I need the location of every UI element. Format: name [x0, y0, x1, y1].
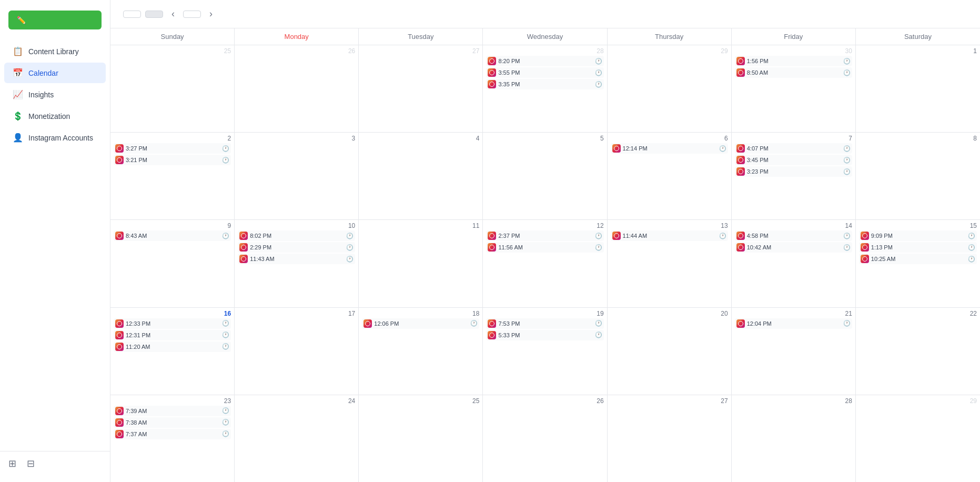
- day-cell-29[interactable]: 29: [608, 45, 732, 132]
- event-item[interactable]: 10:25 AM 🕐: [859, 254, 977, 264]
- event-item[interactable]: 12:31 PM 🕐: [114, 330, 231, 340]
- event-item[interactable]: 3:23 PM 🕐: [735, 166, 852, 177]
- day-cell-4[interactable]: 4: [359, 133, 483, 219]
- event-time: 7:37 AM: [126, 431, 220, 437]
- event-item[interactable]: 3:27 PM 🕐: [114, 143, 231, 154]
- day-cell-13[interactable]: 13 11:44 AM 🕐: [608, 220, 732, 307]
- sidebar-item-insights[interactable]: 📈Insights: [4, 84, 106, 105]
- week-view-button[interactable]: [123, 11, 141, 18]
- event-item[interactable]: 1:13 PM 🕐: [859, 242, 977, 253]
- day-cell-26[interactable]: 26: [483, 395, 607, 482]
- instagram-icon: [488, 319, 496, 328]
- event-item[interactable]: 11:44 AM 🕐: [611, 230, 728, 241]
- week-row-3: 16 12:33 PM 🕐 12:31 PM 🕐 11:20 AM 🕐 1718…: [110, 308, 980, 395]
- day-number: 15: [859, 222, 977, 229]
- day-cell-16[interactable]: 16 12:33 PM 🕐 12:31 PM 🕐 11:20 AM 🕐: [110, 308, 235, 395]
- create-post-button[interactable]: ✏️: [8, 11, 102, 29]
- day-cell-30[interactable]: 30 1:56 PM 🕐 8:50 AM 🕐: [732, 45, 856, 132]
- event-item[interactable]: 12:14 PM 🕐: [611, 143, 728, 154]
- event-item[interactable]: 10:42 AM 🕐: [735, 242, 852, 253]
- day-cell-3[interactable]: 3: [235, 133, 359, 219]
- day-cell-24[interactable]: 24: [235, 395, 359, 482]
- sidebar-item-content-library[interactable]: 📋Content Library: [4, 41, 106, 62]
- day-cell-28[interactable]: 28 8:20 PM 🕐 3:55 PM 🕐 3:35 PM 🕐: [483, 45, 607, 132]
- event-item[interactable]: 11:56 AM 🕐: [486, 242, 603, 253]
- event-item[interactable]: 8:50 AM 🕐: [735, 67, 852, 78]
- day-cell-25[interactable]: 25: [110, 45, 235, 132]
- sidebar-item-calendar[interactable]: 📅Calendar: [4, 63, 106, 83]
- event-item[interactable]: 8:02 PM 🕐: [238, 230, 355, 241]
- sidebar-item-instagram-accounts[interactable]: 👤Instagram Accounts: [4, 127, 106, 148]
- event-item[interactable]: 8:43 AM 🕐: [114, 230, 231, 241]
- instagram-icon: [612, 144, 621, 153]
- day-cell-2[interactable]: 2 3:27 PM 🕐 3:21 PM 🕐: [110, 133, 235, 219]
- day-cell-19[interactable]: 19 7:53 PM 🕐 5:33 PM 🕐: [483, 308, 607, 395]
- day-cell-27[interactable]: 27: [359, 45, 483, 132]
- day-cell-6[interactable]: 6 12:14 PM 🕐: [608, 133, 732, 219]
- event-item[interactable]: 12:04 PM 🕐: [735, 318, 852, 329]
- event-time: 12:06 PM: [374, 320, 468, 327]
- event-item[interactable]: 12:06 PM 🕐: [362, 318, 479, 329]
- event-item[interactable]: 4:58 PM 🕐: [735, 230, 852, 241]
- day-cell-29[interactable]: 29: [856, 395, 980, 482]
- day-cell-8[interactable]: 8: [856, 133, 980, 219]
- event-item[interactable]: 8:20 PM 🕐: [486, 56, 603, 66]
- clock-icon: 🕐: [968, 244, 975, 251]
- day-cell-20[interactable]: 20: [608, 308, 732, 395]
- grid-icon[interactable]: ⊟: [27, 458, 35, 469]
- today-button[interactable]: [183, 11, 201, 18]
- prev-month-button[interactable]: ‹: [167, 6, 179, 22]
- day-cell-5[interactable]: 5: [483, 133, 607, 219]
- event-item[interactable]: 9:09 PM 🕐: [859, 230, 977, 241]
- day-cell-14[interactable]: 14 4:58 PM 🕐 10:42 AM 🕐: [732, 220, 856, 307]
- day-header-sunday: Sunday: [110, 28, 235, 45]
- event-item[interactable]: 12:33 PM 🕐: [114, 318, 231, 329]
- event-time: 3:45 PM: [747, 157, 841, 163]
- event-item[interactable]: 1:56 PM 🕐: [735, 56, 852, 66]
- instagram-icon: [488, 232, 496, 240]
- day-cell-9[interactable]: 9 8:43 AM 🕐: [110, 220, 235, 307]
- event-item[interactable]: 4:07 PM 🕐: [735, 143, 852, 154]
- event-item[interactable]: 11:20 AM 🕐: [114, 342, 231, 352]
- instagram-icon: [239, 232, 248, 240]
- event-item[interactable]: 2:37 PM 🕐: [486, 230, 603, 241]
- day-cell-25[interactable]: 25: [359, 395, 483, 482]
- event-item[interactable]: 7:39 AM 🕐: [114, 406, 231, 416]
- day-cell-10[interactable]: 10 8:02 PM 🕐 2:29 PM 🕐 11:43 AM 🕐: [235, 220, 359, 307]
- event-item[interactable]: 5:33 PM 🕐: [486, 330, 603, 340]
- next-month-button[interactable]: ›: [205, 6, 217, 22]
- main-content: ‹ › SundayMondayTuesdayWednesdayThursday…: [110, 0, 980, 482]
- event-item[interactable]: 3:45 PM 🕐: [735, 155, 852, 165]
- day-cell-21[interactable]: 21 12:04 PM 🕐: [732, 308, 856, 395]
- event-item[interactable]: 2:29 PM 🕐: [238, 242, 355, 253]
- event-item[interactable]: 7:37 AM 🕐: [114, 429, 231, 439]
- event-item[interactable]: 11:43 AM 🕐: [238, 254, 355, 264]
- day-cell-15[interactable]: 15 9:09 PM 🕐 1:13 PM 🕐 10:25 AM 🕐: [856, 220, 980, 307]
- day-cell-17[interactable]: 17: [235, 308, 359, 395]
- month-view-button[interactable]: [145, 11, 163, 18]
- clock-icon: 🕐: [222, 407, 229, 414]
- day-cell-28[interactable]: 28: [732, 395, 856, 482]
- instagram-icon: [488, 243, 496, 252]
- day-cell-12[interactable]: 12 2:37 PM 🕐 11:56 AM 🕐: [483, 220, 607, 307]
- event-item[interactable]: 7:53 PM 🕐: [486, 318, 603, 329]
- event-item[interactable]: 3:21 PM 🕐: [114, 155, 231, 165]
- instagram-icon: [736, 167, 745, 176]
- day-cell-7[interactable]: 7 4:07 PM 🕐 3:45 PM 🕐 3:23 PM 🕐: [732, 133, 856, 219]
- day-cell-11[interactable]: 11: [359, 220, 483, 307]
- table-icon[interactable]: ⊞: [8, 458, 16, 469]
- event-item[interactable]: 3:55 PM 🕐: [486, 67, 603, 78]
- day-number: 17: [238, 310, 355, 317]
- day-cell-26[interactable]: 26: [235, 45, 359, 132]
- day-cell-23[interactable]: 23 7:39 AM 🕐 7:38 AM 🕐 7:37 AM 🕐: [110, 395, 235, 482]
- event-time: 11:44 AM: [623, 233, 717, 239]
- day-cell-22[interactable]: 22: [856, 308, 980, 395]
- instagram-icon: [115, 430, 124, 438]
- event-item[interactable]: 7:38 AM 🕐: [114, 417, 231, 428]
- day-cell-27[interactable]: 27: [608, 395, 732, 482]
- day-cell-1[interactable]: 1: [856, 45, 980, 132]
- sidebar-item-monetization[interactable]: 💲Monetization: [4, 106, 106, 126]
- day-number: 29: [859, 397, 977, 405]
- day-cell-18[interactable]: 18 12:06 PM 🕐: [359, 308, 483, 395]
- event-item[interactable]: 3:35 PM 🕐: [486, 79, 603, 89]
